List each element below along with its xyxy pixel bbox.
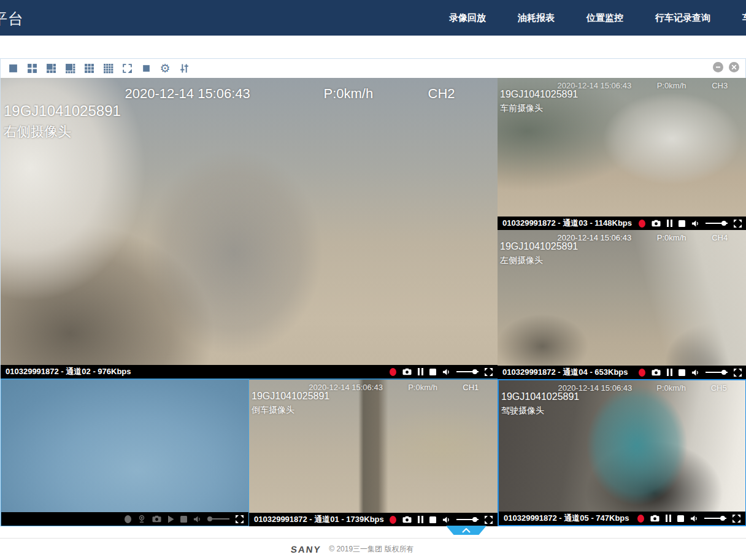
pause-icon[interactable]	[418, 516, 423, 523]
speaker-icon[interactable]	[193, 515, 201, 523]
channel-overlay: CH5	[711, 383, 727, 393]
fullscreen-expand-icon[interactable]	[120, 62, 134, 75]
camera-name-overlay: 左侧摄像头	[500, 255, 543, 266]
snapshot-camera-icon[interactable]	[402, 368, 412, 375]
channel-status-text: 010329991872 - 通道01 - 1739Kbps	[254, 514, 384, 525]
video-tile-empty[interactable]	[1, 379, 249, 526]
channel-status-text: 010329991872 - 通道04 - 653Kbps	[502, 367, 628, 378]
fullscreen-arrows-icon[interactable]	[485, 516, 493, 524]
timestamp-overlay: 2020-12-14 15:06:43	[125, 86, 250, 102]
nav-item-playback[interactable]: 录像回放	[449, 12, 486, 24]
volume-slider[interactable]	[704, 518, 726, 519]
nav-item-location-monitor[interactable]: 位置监控	[586, 12, 623, 24]
speed-overlay: P:0km/h	[657, 233, 686, 242]
camera-name-overlay: 车前摄像头	[500, 103, 543, 114]
volume-slider[interactable]	[207, 518, 229, 520]
snapshot-camera-icon[interactable]	[402, 516, 412, 523]
speaker-icon[interactable]	[442, 516, 450, 524]
stop-icon[interactable]	[429, 516, 436, 523]
fullscreen-arrows-icon[interactable]	[734, 369, 742, 377]
webcam-icon[interactable]	[137, 515, 146, 523]
snapshot-camera-icon[interactable]	[152, 515, 161, 523]
camera-name-overlay: 驾驶摄像头	[501, 405, 544, 416]
volume-slider[interactable]	[706, 372, 728, 373]
stop-icon[interactable]	[429, 369, 436, 375]
page-footer: SANY © 2019三一集团 版权所有	[0, 538, 746, 560]
fullscreen-arrows-icon[interactable]	[485, 368, 493, 376]
video-tile-ch1[interactable]: 2020-12-14 15:06:43 P:0km/h CH1 19GJ1041…	[249, 379, 498, 526]
record-dot-icon[interactable]	[639, 220, 645, 228]
video-wall: 2020-12-14 15:06:43 P:0km/h CH2 19GJ1041…	[1, 78, 745, 526]
nav-item-driving-record[interactable]: 行车记录查询	[655, 12, 710, 24]
channel-status-text: 010329991872 - 通道03 - 1148Kbps	[502, 218, 632, 229]
record-dot-icon[interactable]	[639, 369, 645, 377]
video-panel: ⚙ 2020-12-14 15:06:43 P:0km/h CH2 19GJ10…	[0, 58, 746, 526]
volume-slider[interactable]	[706, 223, 728, 224]
snapshot-camera-icon[interactable]	[652, 369, 661, 376]
device-id-overlay: 19GJ1041025891	[500, 89, 578, 100]
chevron-up-icon	[462, 528, 471, 533]
collapse-panel-button[interactable]	[446, 526, 486, 535]
device-id-overlay: 19GJ1041025891	[500, 241, 578, 252]
minimize-icon[interactable]	[713, 62, 723, 72]
speaker-icon[interactable]	[442, 368, 450, 376]
stop-icon[interactable]	[679, 369, 685, 376]
record-dot-icon[interactable]	[125, 515, 131, 523]
channel-status-bar: 010329991872 - 通道05 - 747Kbps	[499, 512, 745, 525]
adjust-sliders-icon[interactable]	[177, 62, 191, 75]
channel-overlay: CH3	[712, 81, 728, 90]
nav-item-vehicle-manage[interactable]: 车辆管理	[742, 12, 746, 24]
volume-slider[interactable]	[456, 519, 479, 520]
record-dot-icon[interactable]	[637, 515, 644, 523]
volume-slider[interactable]	[456, 371, 479, 372]
layout-4-view-icon[interactable]	[25, 62, 39, 75]
play-icon[interactable]	[167, 515, 174, 523]
device-id-overlay: 19GJ1041025891	[501, 391, 579, 402]
settings-gear-icon[interactable]: ⚙	[158, 62, 172, 75]
sany-logo: SANY	[290, 544, 321, 554]
layout-16-view-icon[interactable]	[101, 62, 115, 75]
single-screen-icon[interactable]	[139, 62, 153, 75]
video-toolbar: ⚙	[1, 59, 745, 78]
device-id-overlay: 19GJ1041025891	[4, 102, 121, 120]
layout-1-view-icon[interactable]	[6, 62, 20, 75]
stop-icon[interactable]	[180, 516, 187, 523]
speed-overlay: P:0km/h	[324, 86, 374, 102]
channel-status-bar	[1, 512, 248, 526]
video-tile-ch2[interactable]: 2020-12-14 15:06:43 P:0km/h CH2 19GJ1041…	[1, 78, 498, 379]
fullscreen-arrows-icon[interactable]	[734, 220, 742, 228]
speaker-icon[interactable]	[691, 369, 699, 377]
channel-status-bar: 010329991872 - 通道01 - 1739Kbps	[249, 513, 498, 526]
channel-status-bar: 010329991872 - 通道04 - 653Kbps	[498, 366, 746, 379]
snapshot-camera-icon[interactable]	[650, 515, 659, 522]
record-dot-icon[interactable]	[390, 368, 396, 376]
channel-status-bar: 010329991872 - 通道03 - 1148Kbps	[498, 217, 746, 230]
video-tile-ch5-selected[interactable]: 2020-12-14 15:06:43 P:0km/h CH5 19GJ1041…	[498, 379, 746, 526]
layout-8-view-icon[interactable]	[63, 62, 77, 75]
video-tile-ch4[interactable]: 2020-12-14 15:06:43 P:0km/h CH4 19GJ1041…	[498, 230, 746, 379]
record-dot-icon[interactable]	[390, 516, 396, 524]
fullscreen-arrows-icon[interactable]	[733, 515, 740, 523]
speaker-icon[interactable]	[691, 220, 699, 228]
channel-status-bar: 010329991872 - 通道02 - 976Kbps	[1, 365, 498, 378]
nav-menu: 录像回放 油耗报表 位置监控 行车记录查询 车辆管理	[449, 0, 746, 36]
pause-icon[interactable]	[666, 515, 671, 522]
close-icon[interactable]	[729, 62, 739, 72]
layout-9-view-icon[interactable]	[82, 62, 96, 75]
pause-icon[interactable]	[418, 368, 423, 375]
layout-6-view-icon[interactable]	[44, 62, 58, 75]
speed-overlay: P:0km/h	[657, 81, 686, 90]
pause-icon[interactable]	[667, 220, 672, 227]
channel-status-text: 010329991872 - 通道02 - 976Kbps	[6, 366, 131, 377]
nav-item-fuel-report[interactable]: 油耗报表	[518, 12, 555, 24]
stop-icon[interactable]	[679, 220, 685, 227]
video-tile-ch3[interactable]: 2020-12-14 15:06:43 P:0km/h CH3 19GJ1041…	[498, 78, 746, 230]
pause-icon[interactable]	[667, 369, 672, 376]
snapshot-camera-icon[interactable]	[652, 220, 661, 227]
copyright-text: © 2019三一集团 版权所有	[329, 544, 413, 554]
speaker-icon[interactable]	[690, 515, 698, 523]
camera-name-overlay: 右侧摄像头	[4, 123, 71, 141]
stop-icon[interactable]	[677, 515, 684, 522]
channel-status-text: 010329991872 - 通道05 - 747Kbps	[504, 513, 629, 524]
fullscreen-arrows-icon[interactable]	[236, 515, 244, 523]
